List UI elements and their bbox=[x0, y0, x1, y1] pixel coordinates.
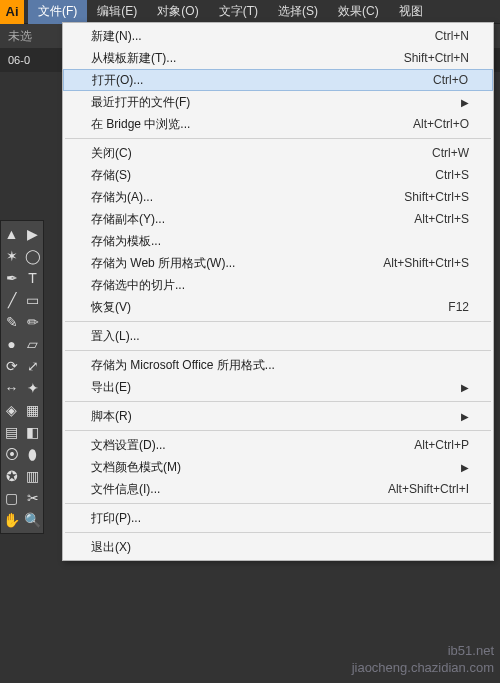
menu-item-shortcut: Shift+Ctrl+S bbox=[404, 190, 469, 204]
zoom-tool[interactable]: 🔍 bbox=[22, 509, 43, 531]
eyedropper-tool[interactable]: ⦿ bbox=[1, 443, 22, 465]
menu-item-7[interactable]: 存储(S)Ctrl+S bbox=[63, 164, 493, 186]
menu-item-shortcut: Shift+Ctrl+N bbox=[404, 51, 469, 65]
menu-item-24[interactable]: 文件信息(I)...Alt+Shift+Ctrl+I bbox=[63, 478, 493, 500]
menu-item-shortcut: Alt+Ctrl+S bbox=[414, 212, 469, 226]
menu-item-label: 导出(E) bbox=[91, 379, 461, 396]
menu-item-label: 存储选中的切片... bbox=[91, 277, 469, 294]
menu-o[interactable]: 对象(O) bbox=[147, 0, 208, 24]
menu-item-26[interactable]: 打印(P)... bbox=[63, 507, 493, 529]
menu-[interactable]: 视图 bbox=[389, 0, 433, 24]
menu-item-17[interactable]: 存储为 Microsoft Office 所用格式... bbox=[63, 354, 493, 376]
scale-tool[interactable]: ⤢ bbox=[22, 355, 43, 377]
menu-item-shortcut: Alt+Shift+Ctrl+S bbox=[383, 256, 469, 270]
menu-item-0[interactable]: 新建(N)...Ctrl+N bbox=[63, 25, 493, 47]
menu-item-9[interactable]: 存储副本(Y)...Alt+Ctrl+S bbox=[63, 208, 493, 230]
menu-item-1[interactable]: 从模板新建(T)...Shift+Ctrl+N bbox=[63, 47, 493, 69]
submenu-arrow-icon: ▶ bbox=[461, 411, 469, 422]
menu-separator bbox=[65, 532, 491, 533]
menu-item-label: 存储(S) bbox=[91, 167, 435, 184]
app-icon: Ai bbox=[0, 0, 24, 24]
menu-item-15[interactable]: 置入(L)... bbox=[63, 325, 493, 347]
menu-item-8[interactable]: 存储为(A)...Shift+Ctrl+S bbox=[63, 186, 493, 208]
menu-item-4[interactable]: 在 Bridge 中浏览...Alt+Ctrl+O bbox=[63, 113, 493, 135]
menu-item-10[interactable]: 存储为模板... bbox=[63, 230, 493, 252]
menu-item-shortcut: Ctrl+N bbox=[435, 29, 469, 43]
selection-tool[interactable]: ▲ bbox=[1, 223, 22, 245]
menu-item-12[interactable]: 存储选中的切片... bbox=[63, 274, 493, 296]
line-tool[interactable]: ╱ bbox=[1, 289, 22, 311]
menu-item-label: 最近打开的文件(F) bbox=[91, 94, 461, 111]
width-tool[interactable]: ↔ bbox=[1, 377, 22, 399]
menu-separator bbox=[65, 430, 491, 431]
blob-tool[interactable]: ● bbox=[1, 333, 22, 355]
control-bar-label: 未选 bbox=[8, 28, 32, 45]
blend-tool[interactable]: ⬮ bbox=[22, 443, 43, 465]
menu-item-22[interactable]: 文档设置(D)...Alt+Ctrl+P bbox=[63, 434, 493, 456]
menu-item-label: 存储为 Microsoft Office 所用格式... bbox=[91, 357, 469, 374]
document-tab[interactable]: 06-0 bbox=[8, 54, 30, 66]
lasso-tool[interactable]: ◯ bbox=[22, 245, 43, 267]
slice-tool[interactable]: ✂ bbox=[22, 487, 43, 509]
menu-item-label: 打开(O)... bbox=[92, 72, 433, 89]
shape-builder-tool[interactable]: ◈ bbox=[1, 399, 22, 421]
menu-item-18[interactable]: 导出(E)▶ bbox=[63, 376, 493, 398]
rectangle-tool[interactable]: ▭ bbox=[22, 289, 43, 311]
menu-item-2[interactable]: 打开(O)...Ctrl+O bbox=[63, 69, 493, 91]
menu-item-label: 文档颜色模式(M) bbox=[91, 459, 461, 476]
menu-item-6[interactable]: 关闭(C)Ctrl+W bbox=[63, 142, 493, 164]
menubar: Ai 文件(F)编辑(E)对象(O)文字(T)选择(S)效果(C)视图 bbox=[0, 0, 500, 24]
menu-item-shortcut: Alt+Shift+Ctrl+I bbox=[388, 482, 469, 496]
menu-item-shortcut: Ctrl+W bbox=[432, 146, 469, 160]
menu-f[interactable]: 文件(F) bbox=[28, 0, 87, 24]
watermark-line2: jiaocheng.chazidian.com bbox=[352, 660, 494, 677]
menu-item-20[interactable]: 脚本(R)▶ bbox=[63, 405, 493, 427]
menu-e[interactable]: 编辑(E) bbox=[87, 0, 147, 24]
menu-s[interactable]: 选择(S) bbox=[268, 0, 328, 24]
paintbrush-tool[interactable]: ✎ bbox=[1, 311, 22, 333]
menu-t[interactable]: 文字(T) bbox=[209, 0, 268, 24]
rotate-tool[interactable]: ⟳ bbox=[1, 355, 22, 377]
menu-c[interactable]: 效果(C) bbox=[328, 0, 389, 24]
menu-item-label: 打印(P)... bbox=[91, 510, 469, 527]
menu-separator bbox=[65, 321, 491, 322]
toolbox: ▲▶✶◯✒T╱▭✎✏●▱⟳⤢↔✦◈▦▤◧⦿⬮✪▥▢✂✋🔍 bbox=[0, 220, 44, 534]
menu-item-13[interactable]: 恢复(V)F12 bbox=[63, 296, 493, 318]
menu-item-label: 退出(X) bbox=[91, 539, 469, 556]
gradient-tool[interactable]: ◧ bbox=[22, 421, 43, 443]
graph-tool[interactable]: ▥ bbox=[22, 465, 43, 487]
menu-item-11[interactable]: 存储为 Web 所用格式(W)...Alt+Shift+Ctrl+S bbox=[63, 252, 493, 274]
artboard-tool[interactable]: ▢ bbox=[1, 487, 22, 509]
menu-item-label: 存储为模板... bbox=[91, 233, 469, 250]
menu-item-shortcut: Ctrl+S bbox=[435, 168, 469, 182]
pencil-tool[interactable]: ✏ bbox=[22, 311, 43, 333]
warp-tool[interactable]: ✦ bbox=[22, 377, 43, 399]
submenu-arrow-icon: ▶ bbox=[461, 382, 469, 393]
type-tool[interactable]: T bbox=[22, 267, 43, 289]
menu-item-label: 文件信息(I)... bbox=[91, 481, 388, 498]
menu-item-shortcut: Alt+Ctrl+P bbox=[414, 438, 469, 452]
perspective-tool[interactable]: ▦ bbox=[22, 399, 43, 421]
menu-item-3[interactable]: 最近打开的文件(F)▶ bbox=[63, 91, 493, 113]
watermark: ib51.net jiaocheng.chazidian.com bbox=[352, 643, 494, 677]
file-menu-dropdown: 新建(N)...Ctrl+N从模板新建(T)...Shift+Ctrl+N打开(… bbox=[62, 22, 494, 561]
menu-item-23[interactable]: 文档颜色模式(M)▶ bbox=[63, 456, 493, 478]
watermark-line1: ib51.net bbox=[352, 643, 494, 660]
hand-tool[interactable]: ✋ bbox=[1, 509, 22, 531]
menu-separator bbox=[65, 503, 491, 504]
menu-item-label: 文档设置(D)... bbox=[91, 437, 414, 454]
menu-item-label: 从模板新建(T)... bbox=[91, 50, 404, 67]
symbol-tool[interactable]: ✪ bbox=[1, 465, 22, 487]
magic-wand-tool[interactable]: ✶ bbox=[1, 245, 22, 267]
menu-item-label: 在 Bridge 中浏览... bbox=[91, 116, 413, 133]
menu-separator bbox=[65, 350, 491, 351]
eraser-tool[interactable]: ▱ bbox=[22, 333, 43, 355]
group-select-tool[interactable]: ▶ bbox=[22, 223, 43, 245]
mesh-tool[interactable]: ▤ bbox=[1, 421, 22, 443]
menu-item-label: 恢复(V) bbox=[91, 299, 448, 316]
menu-item-label: 关闭(C) bbox=[91, 145, 432, 162]
pen-tool[interactable]: ✒ bbox=[1, 267, 22, 289]
menu-item-label: 新建(N)... bbox=[91, 28, 435, 45]
menu-item-28[interactable]: 退出(X) bbox=[63, 536, 493, 558]
menu-item-shortcut: Ctrl+O bbox=[433, 73, 468, 87]
